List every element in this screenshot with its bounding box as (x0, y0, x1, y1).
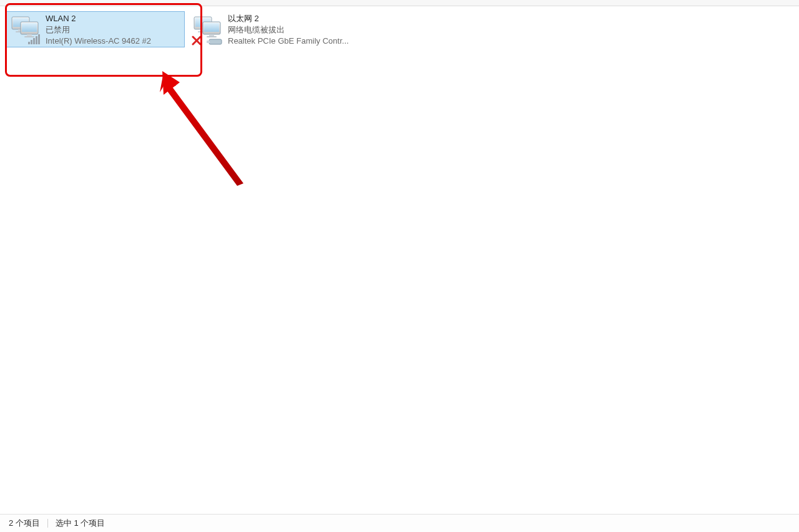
svg-rect-8 (28, 42, 30, 44)
annotation-arrow-icon (156, 67, 256, 192)
svg-rect-5 (22, 23, 37, 32)
adapter-device: Intel(R) Wireless-AC 9462 #2 (46, 36, 182, 47)
adapter-name: WLAN 2 (46, 13, 182, 24)
status-selection-count: 选中 1 个项目 (56, 518, 105, 529)
svg-rect-9 (31, 40, 32, 44)
svg-rect-12 (38, 34, 40, 44)
status-item-count: 2 个项目 (9, 518, 40, 529)
window-top-border (0, 0, 799, 6)
svg-rect-18 (204, 23, 219, 32)
svg-marker-26 (162, 71, 180, 95)
svg-rect-23 (209, 39, 222, 44)
svg-rect-10 (33, 38, 35, 44)
svg-rect-11 (36, 36, 37, 44)
network-adapter-icon (8, 13, 44, 46)
adapter-list: WLAN 2 已禁用 Intel(R) Wireless-AC 9462 #2 (0, 6, 799, 52)
svg-rect-24 (207, 41, 210, 43)
network-adapter-icon (190, 13, 227, 46)
svg-marker-25 (160, 72, 243, 186)
adapter-device: Realtek PCIe GbE Family Contr... (228, 36, 364, 47)
adapter-status: 网络电缆被拔出 (228, 24, 364, 36)
svg-rect-7 (24, 36, 34, 37)
adapter-item-ethernet[interactable]: 以太网 2 网络电缆被拔出 Realtek PCIe GbE Family Co… (187, 11, 367, 47)
adapter-status: 已禁用 (46, 24, 182, 36)
adapter-name: 以太网 2 (228, 13, 364, 24)
status-bar: 2 个项目 选中 1 个项目 (0, 514, 799, 532)
svg-rect-6 (27, 34, 32, 36)
svg-rect-20 (207, 36, 217, 37)
status-separator (47, 519, 48, 528)
adapter-item-wlan[interactable]: WLAN 2 已禁用 Intel(R) Wireless-AC 9462 #2 (5, 11, 185, 47)
svg-rect-19 (209, 34, 214, 36)
